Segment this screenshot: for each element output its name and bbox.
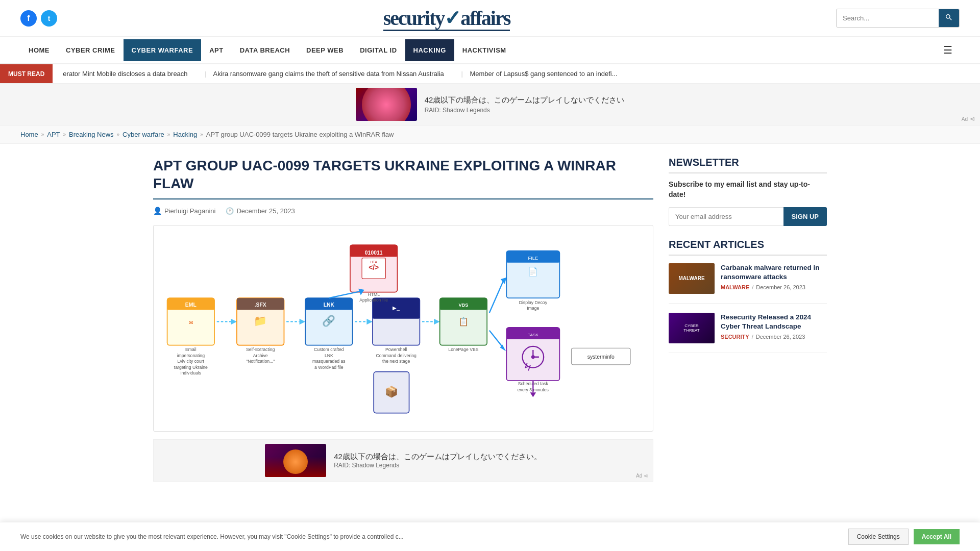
nav-cyber-crime[interactable]: CYBER CRIME xyxy=(58,39,124,61)
svg-text:LonePage VBS: LonePage VBS xyxy=(448,347,478,352)
svg-text:Lviv city court: Lviv city court xyxy=(178,359,205,364)
svg-text:.SFX: .SFX xyxy=(255,303,266,308)
svg-text:FILE: FILE xyxy=(528,256,538,261)
breadcrumb-hacking[interactable]: Hacking xyxy=(173,131,197,138)
article-area: APT GROUP UAC-0099 TARGETS UKRAINE EXPLO… xyxy=(153,157,653,482)
svg-text:Self-Extracting: Self-Extracting xyxy=(246,347,275,352)
ticker-content: erator Mint Mobile discloses a data brea… xyxy=(53,70,627,78)
svg-text:010011: 010011 xyxy=(365,250,383,256)
svg-line-43 xyxy=(489,280,504,313)
tag-sep: / xyxy=(752,284,753,290)
breadcrumb-current: APT group UAC-0099 targets Ukraine explo… xyxy=(206,131,394,138)
nav-apt[interactable]: APT xyxy=(201,39,232,61)
svg-text:"Notification...": "Notification..." xyxy=(246,359,275,364)
recent-articles-title: RECENT ARTICLES xyxy=(669,239,827,256)
ad-bottom-label: Ad ⊲ xyxy=(636,473,648,479)
svg-text:LNK: LNK xyxy=(325,353,333,358)
svg-marker-19 xyxy=(300,319,306,325)
ad-text: 42歳以下の場合は、このゲームはプレイしないでください xyxy=(425,95,625,105)
svg-text:individuals: individuals xyxy=(181,370,202,375)
recent-article-title-2: Resecurity Released a 2024 Cyber Threat … xyxy=(721,313,827,331)
ticker-bar: MUST READ erator Mint Mobile discloses a… xyxy=(0,64,980,84)
search-icon xyxy=(945,13,953,21)
article-title: APT GROUP UAC-0099 TARGETS UKRAINE EXPLO… xyxy=(153,157,653,192)
svg-text:VBS: VBS xyxy=(458,303,468,308)
breadcrumb-sep2: » xyxy=(63,132,66,137)
main-nav: HOME CYBER CRIME CYBER WARFARE APT DATA … xyxy=(0,37,980,64)
svg-text:masqueraded as: masqueraded as xyxy=(312,359,346,364)
recent-thumb-2: CYBERTHREAT xyxy=(669,313,715,343)
nav-home[interactable]: HOME xyxy=(20,39,58,61)
nav-deep-web[interactable]: DEEP WEB xyxy=(298,39,352,61)
twitter-icon[interactable]: t xyxy=(41,10,57,27)
article-date: 🕐 December 25, 2023 xyxy=(226,207,295,215)
tag-date-2: December 26, 2023 xyxy=(756,334,805,340)
svg-text:✉: ✉ xyxy=(189,320,193,325)
svg-line-51 xyxy=(489,331,504,348)
svg-text:Archive: Archive xyxy=(253,353,268,358)
search-button[interactable] xyxy=(939,9,959,27)
svg-text:EML: EML xyxy=(185,303,197,308)
must-read-badge: MUST READ xyxy=(0,64,53,83)
svg-text:📦: 📦 xyxy=(385,385,398,398)
tag-date-1: December 26, 2023 xyxy=(756,284,805,290)
svg-text:Custom crafted: Custom crafted xyxy=(314,347,344,352)
newsletter-title: NEWSLETTER xyxy=(669,157,827,173)
breadcrumb-sep3: » xyxy=(117,132,120,137)
svg-marker-10 xyxy=(231,319,237,325)
svg-text:a WordPad file: a WordPad file xyxy=(314,365,344,370)
tag-security[interactable]: SECURITY xyxy=(721,334,749,340)
recent-article-title-1: Carbanak malware returned in ransomware … xyxy=(721,263,827,281)
attack-flow-diagram: EML ✉ Email impersonating Lviv city cour… xyxy=(161,233,645,422)
svg-text:Application file: Application file xyxy=(359,297,388,303)
svg-text:🔗: 🔗 xyxy=(322,314,335,328)
search-input[interactable] xyxy=(837,10,939,26)
ad-bottom-text: 42歳以下の場合は、このゲームはプレイしないでください。 xyxy=(334,452,542,462)
breadcrumb-sep5: » xyxy=(200,132,203,137)
recent-info-2: Resecurity Released a 2024 Cyber Threat … xyxy=(721,313,827,343)
ad-banner-top[interactable]: 42歳以下の場合は、このゲームはプレイしないでください RAID: Shadow… xyxy=(0,84,980,126)
recent-item-2[interactable]: CYBERTHREAT Resecurity Released a 2024 C… xyxy=(669,313,827,353)
tag-malware[interactable]: MALWARE xyxy=(721,284,749,290)
nav-cyber-warfare[interactable]: CYBER WARFARE xyxy=(124,39,202,61)
svg-marker-74 xyxy=(530,392,536,397)
svg-text:impersonating: impersonating xyxy=(177,353,205,358)
newsletter-subtitle: Subscribe to my email list and stay up-t… xyxy=(669,180,827,199)
facebook-icon[interactable]: f xyxy=(20,10,37,27)
tag-sep-2: / xyxy=(752,334,753,340)
ad-banner-bottom[interactable]: 42歳以下の場合は、このゲームはプレイしないでください。 RAID: Shado… xyxy=(153,439,653,482)
svg-text:▶_: ▶_ xyxy=(393,305,400,311)
svg-marker-37 xyxy=(434,319,440,325)
breadcrumb-apt[interactable]: APT xyxy=(47,131,60,138)
ad-bottom-subtext: RAID: Shadow Legends xyxy=(334,462,542,469)
article-meta: 👤 Pierluigi Paganini 🕐 December 25, 2023 xyxy=(153,207,653,215)
nav-hacking[interactable]: HACKING xyxy=(405,39,454,61)
recent-tags-2: SECURITY / December 26, 2023 xyxy=(721,334,827,340)
nav-hamburger[interactable]: ☰ xyxy=(936,37,960,63)
clock-icon: 🕐 xyxy=(226,207,234,215)
svg-point-57 xyxy=(531,355,535,359)
nav-hacktivism[interactable]: HACKTIVISM xyxy=(454,39,514,61)
site-logo[interactable]: security✓affairs xyxy=(383,6,510,30)
breadcrumb-breaking-news[interactable]: Breaking News xyxy=(69,131,113,138)
social-icons: f t xyxy=(20,10,57,27)
email-input[interactable] xyxy=(669,207,783,226)
breadcrumb-cyber-warfare[interactable]: Cyber warfare xyxy=(122,131,164,138)
nav-data-breach[interactable]: DATA BREACH xyxy=(232,39,298,61)
breadcrumb: Home » APT » Breaking News » Cyber warfa… xyxy=(0,126,980,144)
ad-subtext: RAID: Shadow Legends xyxy=(425,107,625,114)
svg-text:HTML: HTML xyxy=(368,292,380,297)
recent-item-1[interactable]: MALWARE Carbanak malware returned in ran… xyxy=(669,263,827,304)
breadcrumb-home[interactable]: Home xyxy=(20,131,38,138)
svg-text:targeting Ukraine: targeting Ukraine xyxy=(174,365,208,370)
svg-marker-29 xyxy=(366,319,373,325)
signup-button[interactable]: SIGN UP xyxy=(783,207,827,226)
recent-articles: RECENT ARTICLES MALWARE Carbanak malware… xyxy=(669,239,827,353)
svg-text:📄: 📄 xyxy=(528,267,538,277)
svg-text:</>: </> xyxy=(369,263,379,271)
ad-label: Ad ⊲ xyxy=(962,115,975,122)
nav-digital-id[interactable]: DIGITAL ID xyxy=(352,39,405,61)
svg-text:Command delivering: Command delivering xyxy=(376,353,416,358)
recent-thumb-1: MALWARE xyxy=(669,263,715,294)
svg-text:Image: Image xyxy=(527,306,539,311)
